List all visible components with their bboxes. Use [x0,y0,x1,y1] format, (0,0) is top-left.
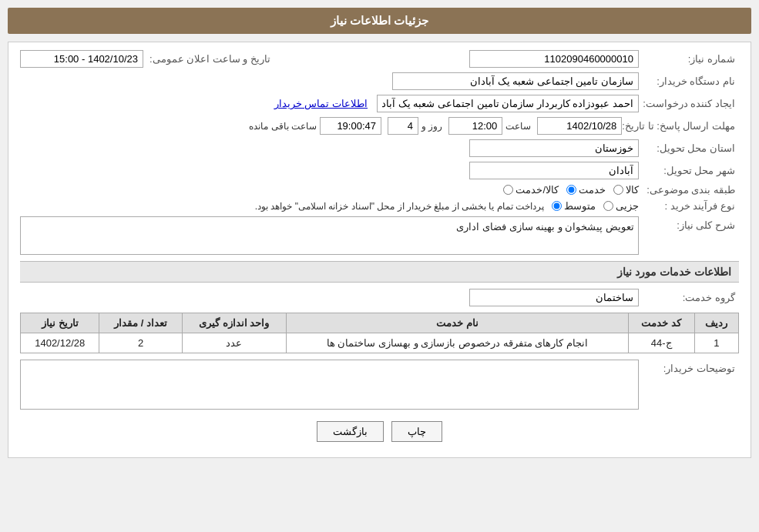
label-roz: روز و [421,121,442,132]
row-tabaqe: طبقه بندی موضوعی: کالا خدمت کالا/خدمت [20,184,739,196]
col-tarikh: تاریخ نیاز [21,313,99,333]
radio-motavasset[interactable]: متوسط [552,200,596,212]
label-saat: ساعت [505,121,531,132]
radio-tabaqe: کالا خدمت کالا/خدمت [503,184,639,196]
radio-kala-khedmat-label: کالا/خدمت [516,184,559,196]
radio-nooe: جزیی متوسط [552,200,639,212]
col-nam: نام خدمت [286,313,628,333]
row-shomara: شماره نیاز: تاریخ و ساعت اعلان عمومی: [20,50,739,68]
input-mohlat-date[interactable] [537,117,622,135]
link-ettelaat[interactable]: اطلاعات تماس خریدار [274,98,368,109]
input-ijad[interactable] [377,95,639,112]
section-khadamat-label: اطلاعات خدمات مورد نیاز [617,266,731,278]
radio-khedmat[interactable]: خدمت [566,184,606,196]
input-shomara[interactable] [469,50,639,68]
row-ijad: ایجاد کننده درخواست: اطلاعات تماس خریدار [20,95,739,112]
radio-kala-khedmat[interactable]: کالا/خدمت [503,184,559,196]
label-ijad: ایجاد کننده درخواست: [639,98,739,109]
radio-jozi-label: جزیی [616,200,639,212]
label-nooe: نوع فرآیند خرید : [639,200,739,212]
cell-vahed: عدد [182,333,286,353]
label-group: گروه خدمت: [639,292,739,303]
input-mohlat-roz[interactable] [388,117,418,135]
input-dastgah[interactable] [392,72,639,90]
sharh-content: تعویض پیشخوان و بهینه سازی فضای اداری [20,216,639,255]
main-card: شماره نیاز: تاریخ و ساعت اعلان عمومی: نا… [8,42,751,458]
row-shahr: شهر محل تحویل: [20,162,739,179]
cell-radif: 1 [694,333,738,353]
radio-kala[interactable]: کالا [613,184,639,196]
label-sharh: شرح کلی نیاز: [639,216,739,231]
table-header-row: ردیف کد خدمت نام خدمت واحد اندازه گیری ت… [21,313,739,333]
label-baghimande: ساعت باقی مانده [249,121,317,132]
input-baghimande[interactable] [320,117,381,135]
col-vahed: واحد اندازه گیری [182,313,286,333]
input-group[interactable] [469,289,639,306]
row-toseeh: توضیحات خریدار: [20,360,739,410]
section-khadamat: اطلاعات خدمات مورد نیاز [20,261,739,283]
row-dastgah: نام دستگاه خریدار: [20,72,739,90]
row-ostan: استان محل تحویل: [20,139,739,157]
back-button[interactable]: بازگشت [317,421,384,442]
input-tarikh-elan[interactable] [20,50,143,68]
label-tabaqe: طبقه بندی موضوعی: [639,184,739,196]
radio-kala-label: کالا [626,184,639,196]
print-button[interactable]: چاپ [391,421,442,442]
col-tedad: تعداد / مقدار [99,313,182,333]
nooe-note: پرداخت تمام یا بخشی از مبلغ خریدار از مح… [255,201,544,212]
col-radif: ردیف [694,313,738,333]
row-group: گروه خدمت: [20,289,739,306]
sharh-value: تعویض پیشخوان و بهینه سازی فضای اداری [456,221,634,233]
button-row: چاپ بازگشت [20,421,739,442]
label-mohlat: مهلت ارسال پاسخ: تا تاریخ: [622,120,739,132]
row-mohlat: مهلت ارسال پاسخ: تا تاریخ: ساعت روز و سا… [20,117,739,135]
input-ostan[interactable] [469,139,639,157]
cell-tedad: 2 [99,333,182,353]
label-shomara: شماره نیاز: [639,53,739,65]
label-tarikh-elan: تاریخ و ساعت اعلان عمومی: [143,53,274,65]
label-ostan: استان محل تحویل: [639,142,739,154]
page-header: جزئیات اطلاعات نیاز [8,8,751,34]
input-mohlat-saat[interactable] [448,117,502,135]
row-sharh: شرح کلی نیاز: تعویض پیشخوان و بهینه سازی… [20,216,739,255]
page-title: جزئیات اطلاعات نیاز [331,14,428,27]
col-kod: کد خدمت [628,313,694,333]
textarea-toseeh[interactable] [20,360,639,410]
cell-tarikh: 1402/12/28 [21,333,99,353]
label-shahr: شهر محل تحویل: [639,165,739,176]
cell-kod: ج-44 [628,333,694,353]
services-table: ردیف کد خدمت نام خدمت واحد اندازه گیری ت… [20,313,739,353]
cell-nam: انجام کارهای متفرقه درخصوص بازسازی و بهس… [286,333,628,353]
radio-khedmat-label: خدمت [579,184,606,196]
label-dastgah: نام دستگاه خریدار: [639,75,739,87]
radio-jozi[interactable]: جزیی [603,200,639,212]
row-nooe: نوع فرآیند خرید : جزیی متوسط پرداخت تمام… [20,200,739,212]
services-table-container: ردیف کد خدمت نام خدمت واحد اندازه گیری ت… [20,313,739,353]
input-shahr[interactable] [469,162,639,179]
table-row: 1 ج-44 انجام کارهای متفرقه درخصوص بازساز… [21,333,739,353]
label-toseeh: توضیحات خریدار: [639,360,739,374]
radio-motavasset-label: متوسط [564,200,596,212]
